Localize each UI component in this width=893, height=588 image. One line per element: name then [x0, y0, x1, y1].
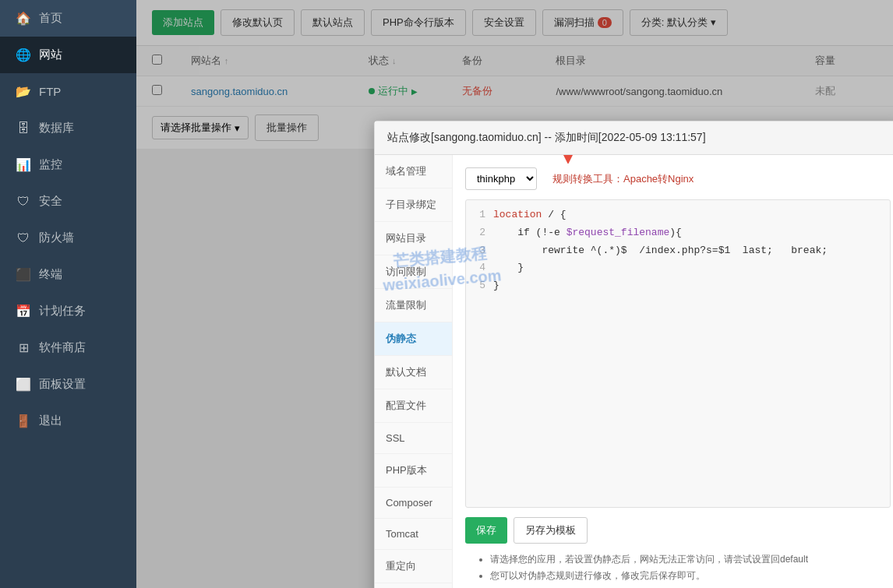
save-as-template-button[interactable]: 另存为模板 [514, 517, 588, 544]
nav-tomcat[interactable]: Tomcat [375, 519, 452, 550]
sidebar-item-home[interactable]: 🏠 首页 [0, 0, 136, 37]
sidebar-item-label: 面板设置 [39, 377, 86, 392]
website-icon: 🌐 [16, 48, 31, 62]
line-content: } [493, 260, 524, 276]
modal-title: 站点修改[sangong.taomiduo.cn] -- 添加时间[2022-0… [375, 121, 893, 155]
sidebar-item-label: 计划任务 [39, 304, 86, 319]
sidebar-item-ftp[interactable]: 📂 FTP [0, 73, 136, 110]
sidebar-item-cron[interactable]: 📅 计划任务 [0, 293, 136, 329]
code-line-4: 4 } [466, 259, 890, 277]
rule-converter-link[interactable]: 规则转换工具：Apache转Nginx [552, 172, 694, 186]
line-content: rewrite ^(.*)$ /index.php?s=$1 last; bre… [493, 243, 828, 259]
sidebar-item-database[interactable]: 🗄 数据库 [0, 110, 136, 146]
code-line-1: 1 location / { [466, 206, 890, 224]
modal-body: 域名管理 子目录绑定 网站目录 访问限制 流量限制 伪静态 默认文档 配置文件 … [375, 155, 893, 588]
sidebar-item-security[interactable]: 🛡 安全 [0, 183, 136, 220]
sidebar-item-label: 终端 [39, 267, 62, 282]
rule-bar: thinkphp 规则转换工具：Apache转Nginx [465, 167, 891, 190]
nav-composer[interactable]: Composer [375, 488, 452, 519]
tips-area: 请选择您的应用，若设置伪静态后，网站无法正常访问，请尝试设置回default 您… [465, 551, 891, 588]
sidebar-item-website[interactable]: 🌐 网站 [0, 37, 136, 73]
home-icon: 🏠 [16, 11, 31, 26]
modal-nav: 域名管理 子目录绑定 网站目录 访问限制 流量限制 伪静态 默认文档 配置文件 … [375, 155, 453, 588]
nav-traffic[interactable]: 流量限制 [375, 289, 452, 322]
monitor-icon: 📊 [16, 157, 31, 172]
sidebar: 🏠 首页 🌐 网站 📂 FTP 🗄 数据库 📊 监控 🛡 安全 🛡 防火墙 ⬛ … [0, 0, 136, 588]
tip-1: 请选择您的应用，若设置伪静态后，网站无法正常访问，请尝试设置回default [490, 551, 878, 569]
sidebar-item-monitor[interactable]: 📊 监控 [0, 146, 136, 183]
security-icon: 🛡 [16, 195, 31, 209]
sidebar-item-label: 数据库 [39, 121, 74, 136]
sidebar-item-label: 监控 [39, 157, 62, 172]
save-button[interactable]: 保存 [465, 517, 507, 544]
line-number: 1 [466, 207, 493, 224]
sidebar-item-label: 网站 [39, 48, 62, 62]
sidebar-item-label: 安全 [39, 194, 62, 209]
sidebar-item-firewall[interactable]: 🛡 防火墙 [0, 220, 136, 256]
tip-2: 您可以对伪静态规则进行修改，修改完后保存即可。 [490, 568, 878, 585]
line-number: 2 [466, 225, 493, 241]
modal-footer: 保存 另存为模板 [465, 517, 891, 544]
panel-settings-icon: ⬜ [16, 377, 31, 392]
nav-reverse-proxy[interactable]: 反向代理 [375, 583, 452, 588]
nav-subdir[interactable]: 子目录绑定 [375, 188, 452, 222]
nav-domain[interactable]: 域名管理 [375, 155, 452, 188]
nginx-code-editor[interactable]: 1 location / { 2 if (!-e $request_filena… [465, 199, 891, 508]
database-icon: 🗄 [16, 121, 31, 136]
modal-main-content: thinkphp 规则转换工具：Apache转Nginx [453, 155, 893, 588]
line-content: if (!-e $request_filename){ [493, 225, 682, 241]
cron-icon: 📅 [16, 304, 31, 319]
sidebar-item-panel-settings[interactable]: ⬜ 面板设置 [0, 366, 136, 403]
pseudo-static-select[interactable]: thinkphp [465, 167, 537, 190]
code-line-5: 5 } [466, 277, 890, 295]
sidebar-item-logout[interactable]: 🚪 退出 [0, 403, 136, 439]
logout-icon: 🚪 [16, 414, 31, 428]
sidebar-item-terminal[interactable]: ⬛ 终端 [0, 256, 136, 293]
nav-config[interactable]: 配置文件 [375, 389, 452, 423]
sidebar-item-store[interactable]: ⊞ 软件商店 [0, 329, 136, 366]
line-number: 3 [466, 243, 493, 259]
nav-pseudo-static[interactable]: 伪静态 [375, 322, 452, 356]
sidebar-item-label: 退出 [39, 414, 62, 428]
sidebar-item-label: FTP [39, 85, 61, 98]
line-content: location / { [493, 207, 567, 224]
line-number: 4 [466, 260, 493, 276]
sidebar-item-label: 防火墙 [39, 231, 74, 245]
site-edit-modal: 站点修改[sangong.taomiduo.cn] -- 添加时间[2022-0… [374, 121, 893, 588]
nav-access[interactable]: 访问限制 [375, 255, 452, 289]
store-icon: ⊞ [16, 340, 31, 355]
terminal-icon: ⬛ [16, 267, 31, 282]
ftp-icon: 📂 [16, 84, 31, 99]
firewall-icon: 🛡 [16, 231, 31, 245]
code-line-2: 2 if (!-e $request_filename){ [466, 224, 890, 242]
nav-default-doc[interactable]: 默认文档 [375, 356, 452, 389]
line-content: } [493, 278, 499, 294]
nav-php[interactable]: PHP版本 [375, 454, 452, 488]
nav-webdir[interactable]: 网站目录 [375, 222, 452, 255]
nav-redirect[interactable]: 重定向 [375, 550, 452, 583]
red-arrow-icon [529, 155, 576, 164]
line-number: 5 [466, 278, 493, 294]
nav-ssl[interactable]: SSL [375, 423, 452, 454]
code-line-3: 3 rewrite ^(.*)$ /index.php?s=$1 last; b… [466, 242, 890, 260]
sidebar-item-label: 软件商店 [39, 340, 86, 355]
sidebar-item-label: 首页 [39, 11, 62, 26]
